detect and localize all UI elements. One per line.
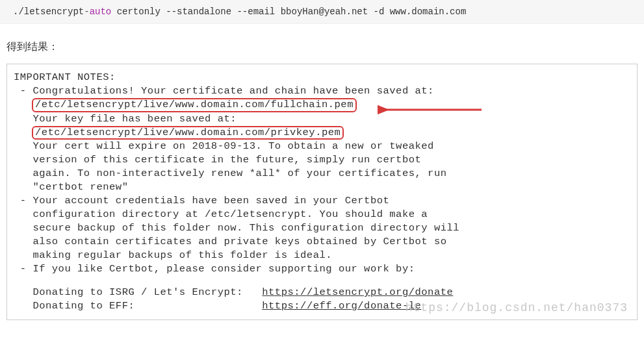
terminal-output: IMPORTANT NOTES: - Congratulations! Your… [6, 64, 638, 320]
donate-eff-line: Donating to EFF: https://eff.org/donate-… [14, 299, 637, 313]
blank-line [14, 276, 637, 286]
notes-expire2: version of this certificate in the futur… [14, 153, 637, 167]
notes-acct3: secure backup of this folder now. This c… [14, 221, 637, 235]
notes-header: IMPORTANT NOTES: [14, 71, 637, 84]
notes-expire1: Your cert will expire on 2018-09-13. To … [14, 140, 637, 153]
notes-expire4: "certbot renew" [14, 181, 637, 194]
privkey-path: /etc/letsencrypt/live/www.domain.com/pri… [32, 126, 344, 140]
notes-acct2: configuration directory at /etc/letsencr… [14, 208, 637, 221]
donate-eff-label: Donating to EFF: [14, 300, 262, 312]
cmd-rest: certonly --standalone --email bboyHan@ye… [111, 6, 466, 17]
donate-eff-link[interactable]: https://eff.org/donate-le [262, 300, 421, 312]
notes-acct4: also contain certificates and private ke… [14, 235, 637, 249]
cmd-dash: - [84, 6, 89, 17]
notes-acct1: - Your account credentials have been sav… [14, 194, 637, 208]
notes-congrats: - Congratulations! Your certificate and … [14, 84, 637, 98]
donate-isrg-line: Donating to ISRG / Let's Encrypt: https:… [14, 286, 637, 299]
donate-isrg-label: Donating to ISRG / Let's Encrypt: [14, 286, 262, 298]
notes-support: - If you like Certbot, please consider s… [14, 262, 637, 276]
donate-isrg-link[interactable]: https://letsencrypt.org/donate [262, 286, 453, 298]
notes-expire3: again. To non-interactively renew *all* … [14, 167, 637, 181]
cmd-auto: auto [90, 6, 112, 17]
command-block: ./letsencrypt-auto certonly --standalone… [0, 0, 644, 24]
notes-keysaved: Your key file has been saved at: [14, 112, 637, 126]
fullchain-path: /etc/letsencrypt/live/www.domain.com/ful… [32, 98, 357, 112]
cmd-prefix: ./letsencrypt [13, 6, 84, 17]
result-label: 得到结果： [0, 24, 644, 64]
notes-acct5: making regular backups of this folder is… [14, 249, 637, 262]
